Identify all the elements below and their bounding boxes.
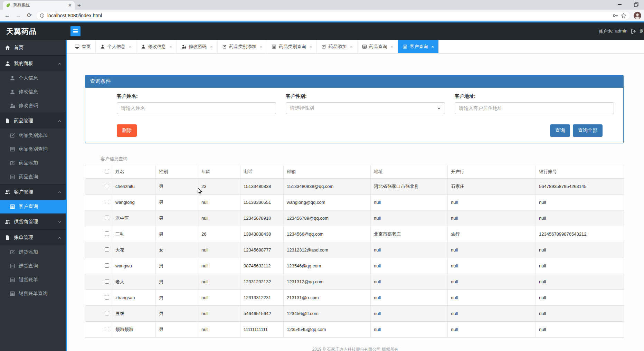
chevron-up-icon <box>58 119 61 123</box>
table-cell: 男 <box>156 306 198 322</box>
sidebar-item-17[interactable]: 销售账单查询 <box>0 287 66 301</box>
tab-close-icon[interactable]: × <box>210 44 213 49</box>
tab-2[interactable]: 修改信息× <box>136 40 177 53</box>
tab-close-icon[interactable]: × <box>431 44 434 49</box>
forward-button[interactable]: → <box>14 11 23 20</box>
bookmark-star-icon[interactable] <box>621 13 626 18</box>
desktop-icon <box>75 44 79 49</box>
browser-tab[interactable]: 药品系统 ✕ <box>3 1 75 10</box>
sidebar-item-7[interactable]: 药品类别查询 <box>0 142 66 156</box>
tab-label: 药品查询 <box>369 44 387 50</box>
tab-close-icon[interactable]: × <box>391 44 394 49</box>
sidebar-item-6[interactable]: 药品类别添加 <box>0 129 66 142</box>
table-row-5: wangwu男null98745632112123546@qq.comnulln… <box>85 258 624 274</box>
tab-close-icon[interactable]: × <box>350 44 353 49</box>
customer-gender-select[interactable]: 请选择性别 <box>286 102 445 114</box>
sidebar-toggle-button[interactable] <box>70 26 80 36</box>
select-all-checkbox[interactable] <box>105 169 109 173</box>
table-cell: null <box>371 322 448 338</box>
table-row-2: 老中医男null12345678910123456789@qq.comnulln… <box>85 210 624 226</box>
tab-3[interactable]: 修改密码× <box>177 40 218 53</box>
sidebar-item-10[interactable]: 客户管理 <box>0 184 66 200</box>
row-checkbox[interactable] <box>105 263 109 268</box>
sidebar-item-label: 销售账单查询 <box>19 291 48 297</box>
app-header: 天翼药品 账户名: admin 退 <box>0 22 644 40</box>
browser-tab-close-icon[interactable]: ✕ <box>68 3 72 8</box>
sidebar-item-11[interactable]: 客户查询 <box>0 200 66 214</box>
row-checkbox[interactable] <box>105 231 109 236</box>
sidebar-item-13[interactable]: 账单管理 <box>0 229 66 245</box>
list-icon <box>362 44 367 49</box>
tab-close-icon[interactable]: × <box>129 44 132 49</box>
row-checkbox[interactable] <box>105 200 109 204</box>
sidebar-item-8[interactable]: 药品添加 <box>0 156 66 170</box>
customer-gender-label: 客户性别: <box>286 93 445 99</box>
customer-table: 姓名性别年龄电话邮箱地址开户行银行账号chenzhifu男23151334808… <box>85 165 624 338</box>
tab-5[interactable]: 药品类别查询× <box>267 40 317 53</box>
tab-close-icon[interactable]: × <box>170 44 172 49</box>
sidebar-item-15[interactable]: 进货查询 <box>0 259 66 273</box>
tab-1[interactable]: 个人信息× <box>96 40 136 53</box>
reload-button[interactable]: ⟳ <box>25 11 34 20</box>
app-body: 首页我的面板个人信息修改信息修改密码药品管理药品类别添加药品类别查询药品添加药品… <box>0 40 644 351</box>
list-icon <box>10 263 15 269</box>
row-checkbox[interactable] <box>105 247 109 252</box>
search-all-button[interactable]: 查询全部 <box>573 124 603 137</box>
sidebar-item-4[interactable]: 修改密码 <box>0 99 66 113</box>
search-button[interactable]: 查询 <box>550 124 570 137</box>
sidebar-item-2[interactable]: 个人信息 <box>0 71 66 85</box>
sidebar-item-16[interactable]: 退货账单 <box>0 273 66 287</box>
window-restore-button[interactable] <box>632 0 641 9</box>
row-checkbox[interactable] <box>105 184 109 188</box>
table-cell: 男 <box>156 226 198 242</box>
user-icon <box>10 75 15 81</box>
column-header-1: 性别 <box>156 165 198 179</box>
table-cell: 男 <box>156 258 198 274</box>
row-checkbox[interactable] <box>105 216 109 220</box>
delete-button[interactable]: 删除 <box>117 124 137 137</box>
table-cell: null <box>448 322 536 338</box>
edit-icon <box>10 160 15 166</box>
table-row-3: 三毛男26138438384381234566@qq.com北京市高老庄农行12… <box>85 226 624 242</box>
table-cell: 男 <box>156 290 198 306</box>
row-checkbox[interactable] <box>105 295 109 300</box>
tab-0[interactable]: 首页 <box>70 40 96 53</box>
table-cell: 烦啦烦啦 <box>112 322 156 338</box>
row-checkbox[interactable] <box>105 279 109 284</box>
table-cell: 15133480838@qq.com <box>284 179 371 195</box>
sidebar-item-14[interactable]: 进货添加 <box>0 245 66 259</box>
table-cell: 123456789@qq.com <box>284 210 371 226</box>
window-minimize-button[interactable] <box>615 0 624 9</box>
key-icon[interactable] <box>613 13 618 18</box>
browser-profile-avatar[interactable] <box>634 12 641 19</box>
sidebar-item-9[interactable]: 药品查询 <box>0 170 66 184</box>
customer-address-input[interactable] <box>455 102 614 114</box>
sidebar-item-1[interactable]: 我的面板 <box>0 55 66 71</box>
sidebar-item-label: 客户管理 <box>14 189 33 195</box>
logout-label[interactable]: 退 <box>640 28 644 35</box>
url-text[interactable]: localhost:8080/index.html <box>47 13 610 18</box>
tab-8[interactable]: 客户查询× <box>398 40 439 53</box>
back-button[interactable]: ← <box>3 11 12 20</box>
table-cell: 1234566@qq.com <box>284 226 371 242</box>
row-checkbox[interactable] <box>105 327 109 331</box>
logout-icon[interactable] <box>631 28 636 34</box>
table-cell: 女 <box>156 242 198 258</box>
tab-4[interactable]: 药品类别添加× <box>218 40 267 53</box>
sidebar-item-3[interactable]: 修改信息 <box>0 85 66 99</box>
tab-close-icon[interactable]: × <box>260 44 263 49</box>
url-bar[interactable]: localhost:8080/index.html <box>36 11 630 20</box>
sidebar-item-12[interactable]: 供货商管理 <box>0 214 66 229</box>
sidebar-item-0[interactable]: 首页 <box>0 40 66 55</box>
customer-name-input[interactable] <box>117 102 276 114</box>
table-cell: 12331232132 <box>240 274 284 290</box>
new-tab-button[interactable]: + <box>75 1 84 10</box>
table-cell: 豆饼 <box>112 306 156 322</box>
sidebar-item-5[interactable]: 药品管理 <box>0 113 66 129</box>
tab-6[interactable]: 药品添加× <box>317 40 358 53</box>
info-icon[interactable] <box>40 13 45 18</box>
row-checkbox[interactable] <box>105 311 109 315</box>
tab-close-icon[interactable]: × <box>309 44 312 49</box>
tab-7[interactable]: 药品查询× <box>358 40 398 53</box>
table-row-6: 老大男null123312321321231312@qq.comnullnull… <box>85 274 624 290</box>
